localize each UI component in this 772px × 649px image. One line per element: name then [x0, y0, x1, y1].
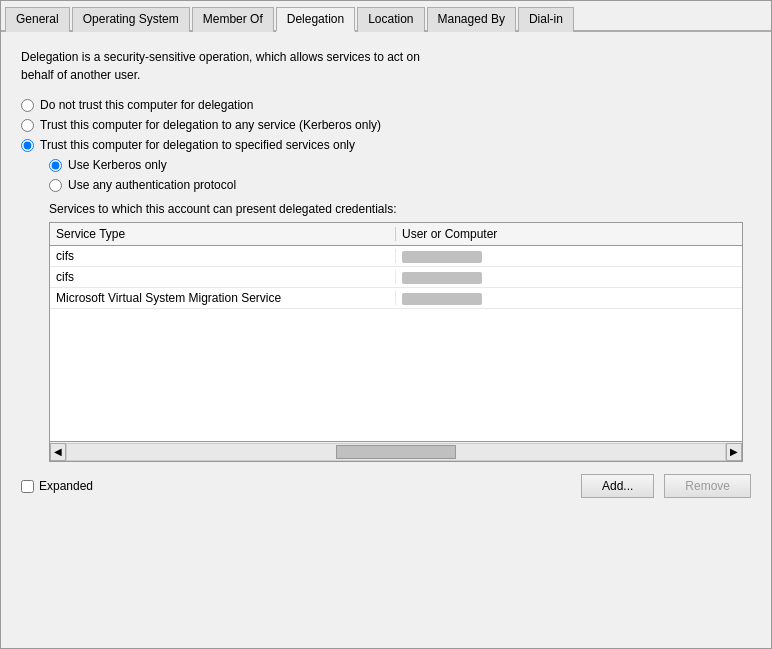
radio-no-trust[interactable]: Do not trust this computer for delegatio… [21, 98, 751, 112]
radio-trust-specified-label[interactable]: Trust this computer for delegation to sp… [40, 138, 355, 152]
remove-button[interactable]: Remove [664, 474, 751, 498]
tab-member-of[interactable]: Member Of [192, 7, 274, 32]
tab-location[interactable]: Location [357, 7, 424, 32]
scroll-thumb[interactable] [336, 445, 456, 459]
tab-delegation[interactable]: Delegation [276, 7, 355, 32]
expanded-checkbox[interactable] [21, 480, 34, 493]
radio-no-trust-label[interactable]: Do not trust this computer for delegatio… [40, 98, 253, 112]
table-row[interactable]: cifs [50, 267, 742, 288]
scroll-left-button[interactable]: ◀ [50, 443, 66, 461]
radio-kerberos-only-input[interactable] [49, 159, 62, 172]
cell-service-type: cifs [56, 249, 396, 263]
radio-trust-any-label[interactable]: Trust this computer for delegation to an… [40, 118, 381, 132]
tab-dial-in[interactable]: Dial-in [518, 7, 574, 32]
scroll-track[interactable] [66, 443, 726, 461]
expanded-label[interactable]: Expanded [39, 479, 93, 493]
horizontal-scrollbar[interactable]: ◀ ▶ [49, 442, 743, 462]
table-row[interactable]: Microsoft Virtual System Migration Servi… [50, 288, 742, 309]
tab-general[interactable]: General [5, 7, 70, 32]
expanded-checkbox-group[interactable]: Expanded [21, 479, 93, 493]
table-body: cifs cifs Microsoft Virtual System Migra… [50, 246, 742, 441]
radio-trust-specified-input[interactable] [21, 139, 34, 152]
radio-no-trust-input[interactable] [21, 99, 34, 112]
delegation-description: Delegation is a security-sensitive opera… [21, 48, 751, 84]
add-button[interactable]: Add... [581, 474, 654, 498]
services-table: Service Type User or Computer cifs cifs [49, 222, 743, 442]
table-row[interactable]: cifs [50, 246, 742, 267]
radio-trust-any-input[interactable] [21, 119, 34, 132]
cell-service-type: cifs [56, 270, 396, 284]
table-header: Service Type User or Computer [50, 223, 742, 246]
tab-managed-by[interactable]: Managed By [427, 7, 516, 32]
radio-any-auth[interactable]: Use any authentication protocol [49, 178, 751, 192]
bottom-controls: Expanded Add... Remove [21, 474, 751, 498]
scroll-right-button[interactable]: ▶ [726, 443, 742, 461]
blurred-value [402, 251, 482, 263]
cell-user-computer [396, 249, 736, 263]
tab-content: Delegation is a security-sensitive opera… [1, 32, 771, 514]
cell-user-computer [396, 291, 736, 305]
radio-kerberos-only-label[interactable]: Use Kerberos only [68, 158, 167, 172]
radio-kerberos-only[interactable]: Use Kerberos only [49, 158, 751, 172]
cell-service-type: Microsoft Virtual System Migration Servi… [56, 291, 396, 305]
cell-user-computer [396, 270, 736, 284]
col-header-user-computer: User or Computer [396, 227, 736, 241]
tab-operating-system[interactable]: Operating System [72, 7, 190, 32]
blurred-value [402, 293, 482, 305]
services-label: Services to which this account can prese… [49, 202, 751, 216]
radio-any-auth-label[interactable]: Use any authentication protocol [68, 178, 236, 192]
blurred-value [402, 272, 482, 284]
radio-trust-specified[interactable]: Trust this computer for delegation to sp… [21, 138, 751, 152]
col-header-service-type: Service Type [56, 227, 396, 241]
radio-any-auth-input[interactable] [49, 179, 62, 192]
radio-trust-any[interactable]: Trust this computer for delegation to an… [21, 118, 751, 132]
tab-bar: General Operating System Member Of Deleg… [1, 1, 771, 32]
dialog-window: General Operating System Member Of Deleg… [0, 0, 772, 649]
